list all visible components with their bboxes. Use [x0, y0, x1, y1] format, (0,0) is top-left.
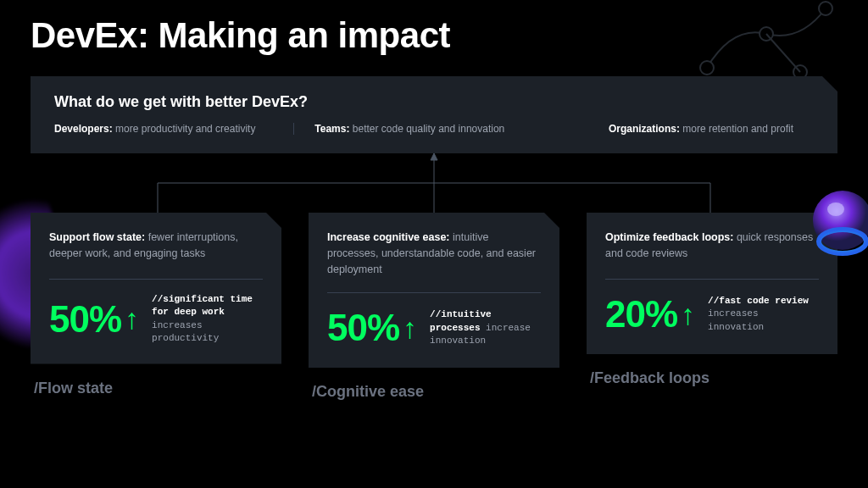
- stat-value: 50%↑: [49, 298, 138, 341]
- card-stat-row: 50%↑ //intuitive processes increase inno…: [327, 307, 541, 349]
- benefit-label: Developers:: [54, 123, 113, 135]
- stat-caption-bold: //significant time for deep work: [152, 294, 253, 317]
- card-cognitive-ease: Increase cognitive ease: intuitive proce…: [309, 213, 559, 401]
- card-divider: [327, 292, 541, 293]
- arrow-up-icon: ↑: [403, 312, 416, 345]
- card-heading: Optimize feedback loops: quick responses…: [605, 230, 819, 263]
- arrow-up-icon: ↑: [681, 298, 694, 331]
- decorative-orb-right: [800, 182, 868, 267]
- card-tag: /Cognitive ease: [309, 383, 559, 401]
- card-heading: Support flow state: fewer interruptions,…: [49, 230, 263, 263]
- card-divider: [49, 279, 263, 280]
- card-divider: [605, 279, 819, 280]
- arrow-up-icon: ↑: [125, 302, 138, 336]
- stat-number: 20%: [605, 293, 677, 336]
- stat-caption: //fast code review increases innovation: [708, 295, 819, 334]
- benefit-text: better code quality and innovation: [349, 123, 504, 135]
- card-stat-row: 20%↑ //fast code review increases innova…: [605, 293, 819, 336]
- card-heading-label: Increase cognitive ease:: [327, 231, 450, 243]
- card-tag: /Feedback loops: [587, 369, 837, 387]
- card-tag: /Flow state: [31, 380, 281, 397]
- stat-caption-bold: //fast code review: [708, 296, 809, 306]
- svg-point-0: [700, 61, 714, 75]
- stat-caption: //significant time for deep work increas…: [152, 293, 263, 346]
- card-heading: Increase cognitive ease: intuitive proce…: [327, 230, 541, 277]
- benefit-label: Organizations:: [609, 123, 680, 135]
- svg-point-2: [819, 2, 832, 15]
- benefit-organizations: Organizations: more retention and profit: [554, 123, 814, 135]
- top-summary-panel: What do we get with better DevEx? Develo…: [31, 76, 837, 153]
- card-heading-label: Optimize feedback loops:: [605, 231, 733, 243]
- card-flow-state: Support flow state: fewer interruptions,…: [31, 213, 281, 401]
- card-heading-label: Support flow state:: [49, 231, 145, 243]
- card-body: Increase cognitive ease: intuitive proce…: [309, 213, 559, 368]
- benefit-teams: Teams: better code quality and innovatio…: [293, 123, 554, 135]
- card-stat-row: 50%↑ //significant time for deep work in…: [49, 293, 263, 346]
- benefits-row: Developers: more productivity and creati…: [54, 123, 814, 135]
- benefit-text: more productivity and creativity: [113, 123, 256, 135]
- benefit-label: Teams:: [314, 123, 349, 135]
- stat-caption-rest: increases innovation: [708, 308, 764, 331]
- top-panel-heading: What do we get with better DevEx?: [54, 93, 814, 111]
- stat-caption-rest: increases productivity: [152, 320, 219, 343]
- stat-value: 50%↑: [327, 307, 416, 349]
- svg-point-12: [827, 202, 844, 216]
- benefit-developers: Developers: more productivity and creati…: [54, 123, 293, 135]
- stat-number: 50%: [327, 307, 399, 349]
- cards-row: Support flow state: fewer interruptions,…: [31, 213, 837, 401]
- connector-lines: [31, 153, 837, 213]
- benefit-text: more retention and profit: [680, 123, 793, 135]
- stat-caption: //intuitive processes increase innovatio…: [430, 308, 541, 347]
- svg-marker-9: [431, 153, 437, 160]
- card-body: Support flow state: fewer interruptions,…: [31, 213, 281, 364]
- stat-value: 20%↑: [605, 293, 694, 336]
- stat-number: 50%: [49, 298, 121, 341]
